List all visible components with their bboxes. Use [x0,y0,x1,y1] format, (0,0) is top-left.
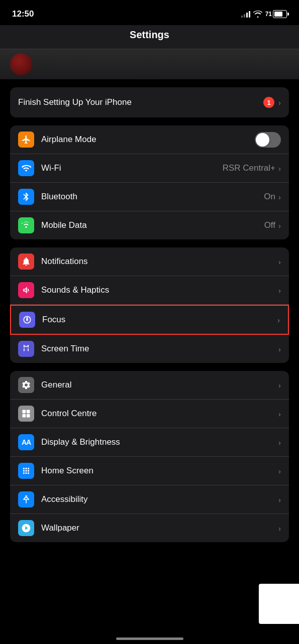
battery-area: 71 [265,10,287,18]
home-screen-icon [18,463,34,479]
settings-content: Finish Setting Up Your iPhone 1 › Airpla… [0,87,299,542]
finish-setup-label: Finish Setting Up Your iPhone [18,97,263,107]
svg-point-13 [25,495,27,497]
bluetooth-chevron: › [278,193,281,201]
white-overlay-box [259,584,299,624]
status-icons: 71 [241,10,287,18]
airplane-mode-label: Airplane Mode [41,135,255,145]
accessibility-row[interactable]: Accessibility › [10,485,289,514]
wifi-status-icon [253,11,262,18]
focus-icon [19,312,35,328]
wallpaper-label: Wallpaper [41,523,278,533]
battery-fill [274,12,282,17]
notifications-icon [18,253,34,270]
wifi-row[interactable]: Wi-Fi RSR Central+ › [10,154,289,183]
home-screen-row[interactable]: Home Screen › [10,457,289,485]
control-centre-row[interactable]: Control Centre › [10,400,289,428]
notifications-row[interactable]: Notifications › [10,247,289,276]
home-screen-chevron: › [278,467,281,475]
control-centre-icon [18,406,34,422]
general-chevron: › [278,381,281,390]
display-brightness-icon: AA [18,434,34,450]
screen-time-icon [18,341,34,357]
svg-rect-3 [27,414,30,418]
notifications-label: Notifications [41,256,278,267]
wallpaper-chevron: › [278,524,281,533]
sounds-haptics-icon [18,282,34,298]
home-screen-label: Home Screen [41,466,278,476]
header-title: Settings [130,29,169,40]
general-label: General [41,380,278,390]
svg-point-4 [23,468,25,469]
display-brightness-label: Display & Brightness [41,437,278,447]
general-group: General › Control Centre › AA Display & … [10,371,289,542]
signal-icon [241,11,250,18]
profile-avatar [10,53,32,75]
airplane-mode-row[interactable]: Airplane Mode [10,125,289,154]
screen-time-row[interactable]: Screen Time › [10,335,289,363]
control-centre-chevron: › [278,410,281,418]
status-bar: 12:50 71 [0,0,299,25]
screen-time-label: Screen Time [41,344,278,354]
display-brightness-row[interactable]: AA Display & Brightness › [10,428,289,457]
svg-point-8 [25,470,27,471]
svg-point-9 [28,470,29,471]
svg-point-7 [23,470,25,471]
airplane-mode-toggle[interactable] [255,132,281,148]
screen-time-chevron: › [278,345,281,353]
general-icon [18,377,34,393]
wifi-label: Wi-Fi [41,163,223,173]
mobile-data-label: Mobile Data [41,220,264,230]
accessibility-chevron: › [278,495,281,504]
svg-point-10 [23,472,25,474]
wallpaper-icon [18,520,34,536]
display-brightness-chevron: › [278,438,281,447]
airplane-mode-icon [18,132,34,148]
wifi-value: RSR Central+ [223,163,275,173]
notifications-group: Notifications › Sounds & Haptics › Focus… [10,247,289,363]
battery-icon [273,10,287,18]
focus-label: Focus [42,315,277,325]
mobile-data-chevron: › [278,221,281,230]
wifi-chevron: › [278,164,281,173]
finish-badge: 1 [263,97,274,108]
accessibility-label: Accessibility [41,494,278,504]
svg-point-11 [25,472,27,474]
bluetooth-label: Bluetooth [41,192,264,202]
control-centre-label: Control Centre [41,409,278,419]
focus-chevron: › [277,316,280,324]
mobile-data-icon [18,217,34,233]
notifications-chevron: › [278,257,281,266]
profile-blur-area [0,49,299,79]
bluetooth-row[interactable]: Bluetooth On › [10,183,289,211]
home-indicator [116,637,183,640]
mobile-data-value: Off [264,220,275,230]
svg-rect-2 [23,414,26,418]
mobile-data-row[interactable]: Mobile Data Off › [10,211,289,239]
svg-rect-0 [23,410,26,414]
accessibility-icon [18,491,34,507]
header: Settings [0,25,299,49]
svg-point-5 [25,468,27,469]
general-row[interactable]: General › [10,371,289,400]
wallpaper-row[interactable]: Wallpaper › [10,514,289,542]
finish-setup-row[interactable]: Finish Setting Up Your iPhone 1 › [10,87,289,117]
bluetooth-value: On [264,192,275,202]
sounds-haptics-label: Sounds & Haptics [41,285,278,295]
svg-rect-1 [27,410,30,414]
status-time: 12:50 [12,9,34,19]
svg-point-6 [28,468,29,469]
sounds-haptics-row[interactable]: Sounds & Haptics › [10,276,289,305]
sounds-haptics-chevron: › [278,286,281,295]
svg-point-12 [28,472,29,474]
bluetooth-icon [18,189,34,205]
battery-text: 71 [265,11,272,18]
finish-chevron: › [278,98,281,107]
connectivity-group: Airplane Mode Wi-Fi RSR Central+ › Bluet… [10,125,289,239]
wifi-icon [18,160,34,176]
focus-row[interactable]: Focus › [10,305,289,335]
